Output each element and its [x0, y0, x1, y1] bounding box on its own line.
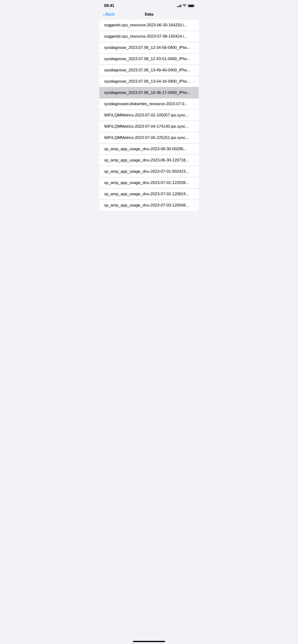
list-item[interactable]: sysdiagnose_2023.07.06_12-34-56-0400_iPh… — [99, 42, 199, 54]
list-item-label: xp_amp_app_usage_dnu-2023-07-02-120624..… — [104, 192, 192, 196]
list-item[interactable]: WiFiLQMMetrics-2023-07-02-105057.ips.syn… — [99, 110, 199, 121]
list-item-label: xp_amp_app_usage_dnu-2023-07-03-120048..… — [104, 203, 192, 208]
status-icons — [177, 4, 194, 8]
list-item[interactable]: sysdiagnosed.diskwrites_resource-2023-07… — [99, 98, 199, 110]
chevron-right-icon: › — [194, 181, 195, 185]
back-button[interactable]: ‹ Back — [103, 12, 114, 17]
list-item[interactable]: sysdiagnose_2023.07.06_13-49-40-0400_iPh… — [99, 65, 199, 76]
chevron-right-icon: › — [194, 91, 195, 95]
list-item[interactable]: suggestd.cpu_resource-2023-07-06-150424.… — [99, 31, 199, 42]
chevron-right-icon: › — [194, 192, 195, 196]
list-item[interactable]: WiFiLQMMetrics-2023-07-04-174140.ips.syn… — [99, 121, 199, 132]
list-item-label: sysdiagnose_2023.07.06_13-54-16-0400_iPh… — [104, 79, 192, 84]
chevron-right-icon: › — [194, 158, 195, 162]
list-item-label: suggestd.cpu_resource-2023-07-06-150424.… — [104, 34, 192, 39]
chevron-right-icon: › — [194, 68, 195, 72]
page-title: Data — [145, 12, 153, 17]
list-item-label: sysdiagnose_2023.07.06_13-49-40-0400_iPh… — [104, 68, 192, 72]
list-item[interactable]: xp_amp_app_usage_dnu-2023-06-30-120718..… — [99, 155, 199, 166]
list-item[interactable]: xp_amp_app_usage_dnu-2023-07-01-002423..… — [99, 166, 199, 177]
chevron-right-icon: › — [194, 124, 195, 128]
list-item-label: sysdiagnose_2023.07.06_12-34-56-0400_iPh… — [104, 45, 192, 50]
chevron-right-icon: › — [194, 113, 195, 117]
list-item[interactable]: xp_amp_app_usage_dnu-2023-07-02-120624..… — [99, 188, 199, 200]
list-item[interactable]: xp_amp_app_usage_dnu-2023-06-30-00295...… — [99, 144, 199, 155]
chevron-right-icon: › — [194, 102, 195, 106]
back-chevron-icon: ‹ — [103, 12, 105, 17]
list-item-label: sysdiagnose_2023.07.06_16-36-17-0400_iPh… — [104, 90, 192, 95]
file-list: suggestd.cpu_resource-2023-06-30-164250.… — [99, 20, 199, 211]
status-bar: 09:41 — [99, 0, 199, 10]
signal-icon — [177, 4, 181, 7]
wifi-icon — [183, 4, 186, 8]
list-item-label: sysdiagnose_2023.07.06_12-43-51-0400_iPh… — [104, 56, 192, 61]
chevron-right-icon: › — [194, 23, 195, 27]
chevron-right-icon: › — [194, 57, 195, 61]
nav-bar: ‹ Back Data — [99, 10, 199, 20]
list-item[interactable]: suggestd.cpu_resource-2023-06-30-164250.… — [99, 20, 199, 31]
list-item[interactable]: xp_amp_app_usage_dnu-2023-07-01-122039..… — [99, 177, 199, 188]
list-item-label: xp_amp_app_usage_dnu-2023-07-01-002423..… — [104, 169, 192, 174]
back-label: Back — [106, 12, 115, 17]
list-item-label: xp_amp_app_usage_dnu-2023-06-30-00295... — [104, 146, 192, 152]
list-item-label: xp_amp_app_usage_dnu-2023-07-01-122039..… — [104, 180, 192, 185]
chevron-right-icon: › — [194, 147, 195, 151]
chevron-right-icon: › — [194, 170, 195, 174]
list-item[interactable]: sysdiagnose_2023.07.06_12-43-51-0400_iPh… — [99, 54, 199, 65]
chevron-right-icon: › — [194, 46, 195, 50]
list-item-label: xp_amp_app_usage_dnu-2023-06-30-120718..… — [104, 158, 192, 163]
list-item-label: suggestd.cpu_resource-2023-06-30-164250.… — [104, 23, 192, 28]
list-item[interactable]: WiFiLQMMetrics-2023-07-05-225251.ips.syn… — [99, 132, 199, 144]
list-item-label: WiFiLQMMetrics-2023-07-05-225251.ips.syn… — [104, 135, 192, 140]
list-item-label: sysdiagnosed.diskwrites_resource-2023-07… — [104, 102, 192, 106]
chevron-right-icon: › — [194, 136, 195, 140]
list-item[interactable]: xp_amp_app_usage_dnu-2023-07-03-120048..… — [99, 200, 199, 211]
list-item-label: WiFiLQMMetrics-2023-07-04-174140.ips.syn… — [104, 124, 192, 129]
list-item[interactable]: sysdiagnose_2023.07.06_13-54-16-0400_iPh… — [99, 76, 199, 87]
chevron-right-icon: › — [194, 80, 195, 84]
list-item-label: WiFiLQMMetrics-2023-07-02-105057.ips.syn… — [104, 113, 192, 118]
status-time: 09:41 — [104, 3, 114, 8]
battery-icon — [188, 4, 194, 7]
chevron-right-icon: › — [194, 204, 195, 207]
chevron-right-icon: › — [194, 34, 195, 38]
list-item[interactable]: sysdiagnose_2023.07.06_16-36-17-0400_iPh… — [99, 87, 199, 98]
